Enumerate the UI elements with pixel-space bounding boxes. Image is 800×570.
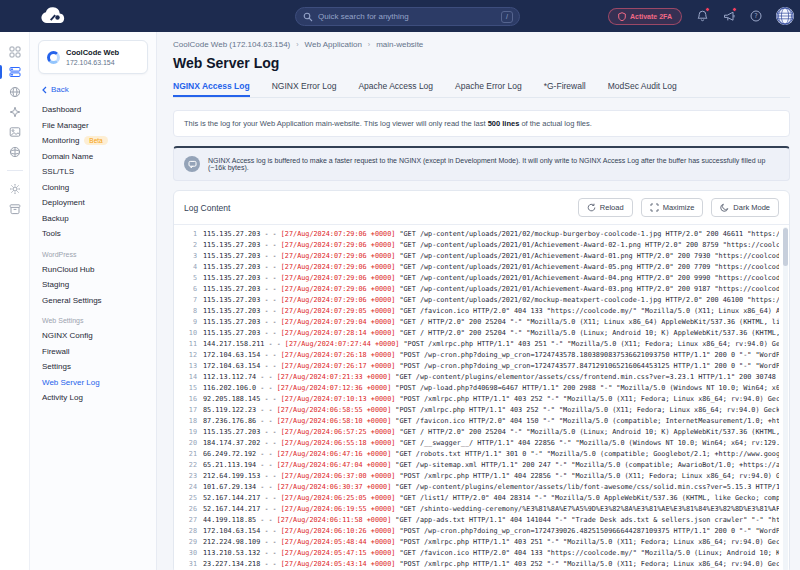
log-line: 1692.205.188.145 - - [27/Aug/2024:07:10:… xyxy=(182,394,779,405)
help-button[interactable]: ? xyxy=(749,9,763,23)
rail-network-globe-icon[interactable] xyxy=(0,142,30,162)
server-card[interactable]: CoolCode Web 172.104.63.154 xyxy=(38,40,148,74)
log-timestamp: [27/Aug/2024:07:29:06 +0000] xyxy=(281,263,396,271)
user-avatar[interactable] xyxy=(776,7,794,25)
server-ip: 172.104.63.154 xyxy=(66,59,119,66)
log-ip: 115.135.27.203 xyxy=(203,296,260,304)
breadcrumb-item-main-website[interactable]: main-website xyxy=(376,40,423,49)
log-line-number: 5 xyxy=(182,273,197,284)
reload-icon xyxy=(587,203,596,212)
log-body[interactable]: 1115.135.27.203 - - [27/Aug/2024:07:29:0… xyxy=(174,225,789,570)
log-ip: 115.135.27.203 xyxy=(203,318,260,326)
tab-apache-error-log[interactable]: Apache Error Log xyxy=(455,81,522,97)
log-line: 5115.135.27.203 - - [27/Aug/2024:07:29:0… xyxy=(182,273,779,284)
sidebar-item-backup[interactable]: Backup xyxy=(42,211,156,227)
sidebar-item-label: Deployment xyxy=(42,198,85,207)
sidebar-item-file-manager[interactable]: File Manager xyxy=(42,118,156,134)
back-button[interactable]: Back xyxy=(42,85,156,94)
tab-modsec-audit-log[interactable]: ModSec Audit Log xyxy=(608,81,677,97)
log-line-text: 65.21.113.194 - - [27/Aug/2024:06:47:04 … xyxy=(203,460,779,471)
log-request: "GET /favicon.ico HTTP/2.0" 404 133 "htt… xyxy=(399,549,779,557)
search-shortcut-key: / xyxy=(501,11,513,23)
sidebar-item-dashboard[interactable]: Dashboard xyxy=(42,102,156,118)
sidebar-item-deployment[interactable]: Deployment xyxy=(42,195,156,211)
log-line-text: 112.13.112.74 - - [27/Aug/2024:07:21:33 … xyxy=(203,372,779,383)
log-timestamp: [27/Aug/2024:06:47:16 +0000] xyxy=(277,450,392,458)
log-ip: 113.210.53.132 xyxy=(203,549,260,557)
dark-mode-button[interactable]: Dark Mode xyxy=(711,198,779,217)
breadcrumb-item-web-application[interactable]: Web Application xyxy=(305,40,362,49)
sidebar-item-domain-name[interactable]: Domain Name xyxy=(42,149,156,165)
log-line-text: 115.135.27.203 - - [27/Aug/2024:07:29:05… xyxy=(203,306,779,317)
log-scrollbar-thumb[interactable] xyxy=(783,228,788,266)
log-ip: 92.205.188.145 xyxy=(203,395,260,403)
rail-image-icon[interactable] xyxy=(0,122,30,142)
log-timestamp: [27/Aug/2024:07:29:06 +0000] xyxy=(281,241,396,249)
log-timestamp: [27/Aug/2024:06:11:58 +0000] xyxy=(277,516,392,524)
cloud-logo-icon[interactable] xyxy=(40,7,66,28)
log-timestamp: [27/Aug/2024:07:29:06 +0000] xyxy=(281,252,396,260)
rail-archive-box-icon[interactable] xyxy=(0,199,30,219)
announcements-button[interactable] xyxy=(722,9,736,23)
tab-apache-access-log[interactable]: Apache Access Log xyxy=(358,81,433,97)
breadcrumb-item-coolcode-web-172-104-63-154[interactable]: CoolCode Web (172.104.63.154) xyxy=(173,40,290,49)
sidebar-item-web-server-log[interactable]: Web Server Log xyxy=(42,375,156,391)
breadcrumb: CoolCode Web (172.104.63.154)›Web Applic… xyxy=(173,40,790,49)
sidebar-item-activity-log[interactable]: Activity Log xyxy=(42,390,156,406)
rail-spark-icon[interactable] xyxy=(0,102,30,122)
sidebar-item-runcloud-hub[interactable]: RunCloud Hub xyxy=(42,262,156,278)
log-line-text: 172.104.63.154 - - [27/Aug/2024:07:26:18… xyxy=(203,350,779,361)
rail-domain-globe-icon[interactable] xyxy=(0,82,30,102)
log-line: 2166.249.72.192 - - [27/Aug/2024:06:47:1… xyxy=(182,449,779,460)
log-line-text: 115.135.27.203 - - [27/Aug/2024:07:28:14… xyxy=(203,328,779,339)
log-ip: 115.135.27.203 xyxy=(203,263,260,271)
tab-g-firewall[interactable]: *G-Firewall xyxy=(544,81,586,97)
maximize-button[interactable]: Maximize xyxy=(641,198,704,217)
log-request: "GET /wp-content/uploads/2021/01/Achieve… xyxy=(399,263,779,271)
log-request: "GET /list1/ HTTP/2.0" 404 28314 "-" "Mo… xyxy=(399,494,779,502)
sidebar-item-settings[interactable]: Settings xyxy=(42,359,156,375)
svg-text:?: ? xyxy=(754,12,757,20)
sidebar-item-cloning[interactable]: Cloning xyxy=(42,180,156,196)
log-request: "GET /wp-content/uploads/2021/01/Achieve… xyxy=(399,274,779,282)
log-request: "GET /favicon.ico HTTP/2.0" 404 150 "-" … xyxy=(395,417,779,425)
dark-mode-label: Dark Mode xyxy=(733,203,770,212)
log-timestamp: [27/Aug/2024:06:47:04 +0000] xyxy=(277,461,392,469)
reload-button[interactable]: Reload xyxy=(578,198,633,217)
tab-nginx-error-log[interactable]: NGINX Error Log xyxy=(272,81,337,97)
log-timestamp: [27/Aug/2024:07:12:36 +0000] xyxy=(277,384,392,392)
sidebar-item-nginx-config[interactable]: NGINX Config xyxy=(42,328,156,344)
rail-server-list-icon[interactable] xyxy=(0,62,30,82)
log-line: 11144.217.158.211 - - [27/Aug/2024:07:27… xyxy=(182,339,779,350)
log-request: "GET / HTTP/2.0" 200 25204 "-" "Mozilla/… xyxy=(399,428,779,436)
sidebar-item-general-settings[interactable]: General Settings xyxy=(42,293,156,309)
log-line-text: 87.236.176.86 - - [27/Aug/2024:06:58:10 … xyxy=(203,416,779,427)
log-line-text: 44.199.118.85 - - [27/Aug/2024:06:11:58 … xyxy=(203,515,779,526)
search-input[interactable] xyxy=(318,12,501,21)
sidebar-item-label: Firewall xyxy=(42,347,70,356)
sidebar-item-tools[interactable]: Tools xyxy=(42,226,156,242)
sidebar-item-ssl-tls[interactable]: SSL/TLS xyxy=(42,164,156,180)
sidebar-item-monitoring[interactable]: MonitoringBeta xyxy=(42,133,156,149)
log-line-text: 212.224.98.109 - - [27/Aug/2024:05:48:44… xyxy=(203,537,779,548)
sidebar-item-label: Domain Name xyxy=(42,152,93,161)
log-scrollbar[interactable] xyxy=(783,227,788,570)
global-search[interactable]: / xyxy=(295,7,520,26)
log-request: "POST /xmlrpc.php HTTP/1.1" 403 252 "-" … xyxy=(395,406,779,414)
buffer-info-banner: NGINX Access log is buffered to make a f… xyxy=(173,146,790,181)
log-panel-title: Log Content xyxy=(184,203,230,213)
rail-dashboard-grid-icon[interactable] xyxy=(0,42,30,62)
log-request: "POST /wp-cron.php?doing_wp_cron=1724743… xyxy=(399,351,779,359)
log-line: 6115.135.27.203 - - [27/Aug/2024:07:29:0… xyxy=(182,284,779,295)
tab-nginx-access-log[interactable]: NGINX Access Log xyxy=(173,81,250,97)
sidebar-item-staging[interactable]: Staging xyxy=(42,277,156,293)
notifications-bell-button[interactable] xyxy=(695,9,709,23)
chevron-left-icon xyxy=(42,86,47,94)
sidebar-item-firewall[interactable]: Firewall xyxy=(42,344,156,360)
log-line-number: 9 xyxy=(182,317,197,328)
activate-2fa-button[interactable]: Activate 2FA xyxy=(608,8,682,25)
sidebar-item-label: Activity Log xyxy=(42,393,83,402)
rail-settings-gear-icon[interactable] xyxy=(0,179,30,199)
sidebar-item-label: Web Server Log xyxy=(42,378,100,387)
log-line-text: 115.135.27.203 - - [27/Aug/2024:07:29:06… xyxy=(203,229,779,240)
